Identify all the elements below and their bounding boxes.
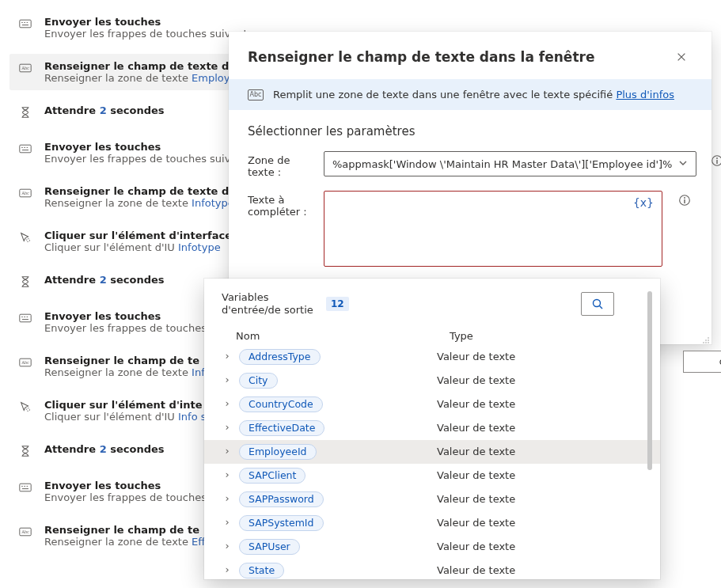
hourglass-icon (17, 104, 33, 120)
chevron-right-icon: › (222, 445, 233, 457)
variable-row[interactable]: ›CityValeur de texte (204, 369, 660, 393)
svg-text:Abc: Abc (21, 360, 29, 365)
variable-row[interactable]: ›AddressTypeValeur de texte (204, 345, 660, 369)
variable-row[interactable]: ›CountryCodeValeur de texte (204, 393, 660, 416)
variables-columns: Nom Type (204, 325, 660, 345)
variable-type: Valeur de texte (437, 446, 643, 457)
variable-chip: SAPPassword (239, 491, 324, 507)
svg-point-39 (703, 342, 704, 343)
svg-point-30 (712, 156, 721, 166)
variable-row[interactable]: ›SAPSystemIdValeur de texte (204, 511, 660, 535)
variable-type: Valeur de texte (437, 564, 643, 576)
chevron-right-icon: › (222, 516, 233, 528)
close-icon (676, 51, 687, 63)
search-button[interactable] (581, 292, 614, 316)
svg-text:Abc: Abc (21, 66, 29, 70)
variable-type: Valeur de texte (437, 493, 643, 505)
chevron-right-icon: › (222, 563, 233, 575)
abc-icon: Abc (17, 185, 33, 201)
variable-type: Valeur de texte (437, 398, 643, 410)
info-icon[interactable] (711, 151, 721, 167)
keyboard-icon (17, 480, 33, 495)
svg-line-43 (600, 306, 603, 309)
cancel-button[interactable]: cel (683, 351, 721, 373)
hourglass-icon (17, 274, 33, 290)
cursor-icon (17, 230, 33, 245)
variable-row[interactable]: ›SAPUserValeur de texte (204, 535, 660, 559)
abc-icon: Abc (248, 89, 264, 101)
param-text-label: Texte à compléter : (248, 191, 309, 218)
cursor-icon (17, 399, 33, 415)
info-bar: Abc Remplit une zone de texte dans une f… (229, 79, 712, 110)
info-text: Remplit une zone de texte dans une fenêt… (273, 89, 674, 101)
variable-type: Valeur de texte (437, 422, 643, 434)
hourglass-icon (17, 443, 33, 459)
svg-rect-0 (20, 20, 31, 28)
close-button[interactable] (670, 46, 693, 68)
textbox-selector[interactable]: %appmask['Window \'Maintain HR Master Da… (324, 151, 696, 176)
section-heading: Sélectionner les paramètres (229, 110, 712, 145)
chevron-right-icon: › (222, 397, 233, 409)
abc-icon: Abc (17, 355, 33, 370)
variable-row[interactable]: ›EffectiveDateValeur de texte (204, 416, 660, 440)
variables-count-badge: 12 (326, 297, 349, 311)
svg-point-42 (594, 300, 601, 307)
chevron-right-icon: › (222, 469, 233, 480)
variable-row[interactable]: ›SAPPasswordValeur de texte (204, 487, 660, 511)
variable-chip: EmployeeId (239, 444, 317, 460)
abc-icon: Abc (17, 524, 33, 540)
more-info-link[interactable]: Plus d'infos (616, 89, 674, 101)
variables-heading: Variables d'entrée/de sortie (222, 291, 317, 317)
svg-rect-23 (20, 484, 31, 491)
param-text-row: Texte à compléter : {x} (229, 184, 712, 273)
variable-type: Valeur de texte (437, 517, 643, 529)
insert-variable-button[interactable]: {x} (633, 196, 654, 209)
flow-step-title: Envoyer les touches (44, 16, 381, 28)
variables-popover: Variables d'entrée/de sortie 12 Nom Type… (204, 279, 660, 579)
chevron-right-icon: › (222, 492, 233, 504)
keyboard-icon (17, 310, 33, 326)
textbox-selector-value: %appmask['Window \'Maintain HR Master Da… (332, 158, 672, 170)
chevron-right-icon: › (222, 350, 233, 362)
variable-chip: SAPUser (239, 539, 300, 555)
variable-chip: City (239, 373, 278, 389)
chevron-right-icon: › (222, 421, 233, 433)
param-textbox-label: Zone de texte : (248, 151, 309, 178)
svg-point-34 (684, 197, 685, 199)
keyboard-icon (17, 141, 33, 157)
info-icon[interactable] (677, 191, 693, 207)
svg-rect-7 (20, 145, 31, 153)
variables-list: ›AddressTypeValeur de texte›CityValeur d… (204, 345, 660, 582)
variable-row[interactable]: ›StateValeur de texte (204, 559, 660, 582)
keyboard-icon (17, 16, 33, 32)
svg-point-41 (708, 342, 709, 343)
panel-title: Renseigner le champ de texte dans la fen… (248, 49, 670, 65)
variable-chip: State (239, 563, 284, 579)
svg-point-38 (708, 340, 709, 341)
col-type: Type (450, 330, 643, 342)
svg-rect-35 (684, 199, 685, 203)
variable-type: Valeur de texte (437, 541, 643, 552)
scrollbar[interactable] (647, 291, 652, 470)
resize-grip-icon[interactable] (702, 335, 710, 343)
variable-chip: AddressType (239, 349, 321, 365)
chevron-right-icon: › (222, 540, 233, 552)
variable-row[interactable]: ›SAPClientValeur de texte (204, 464, 660, 487)
text-to-fill-input[interactable]: {x} (324, 191, 662, 267)
chevron-right-icon: › (222, 374, 233, 385)
svg-point-36 (708, 337, 709, 339)
variable-chip: EffectiveDate (239, 420, 324, 436)
variable-type: Valeur de texte (437, 351, 643, 362)
svg-point-31 (716, 157, 718, 159)
svg-rect-15 (20, 314, 31, 322)
svg-text:Abc: Abc (21, 529, 29, 534)
variable-row[interactable]: ›EmployeeIdValeur de texte (204, 440, 660, 464)
svg-point-40 (705, 342, 707, 343)
svg-point-22 (27, 408, 30, 412)
svg-point-37 (705, 340, 707, 341)
search-icon (591, 298, 604, 310)
svg-text:Abc: Abc (21, 191, 29, 195)
abc-icon: Abc (17, 60, 33, 76)
col-name: Nom (236, 330, 450, 342)
variable-chip: SAPSystemId (239, 515, 324, 531)
